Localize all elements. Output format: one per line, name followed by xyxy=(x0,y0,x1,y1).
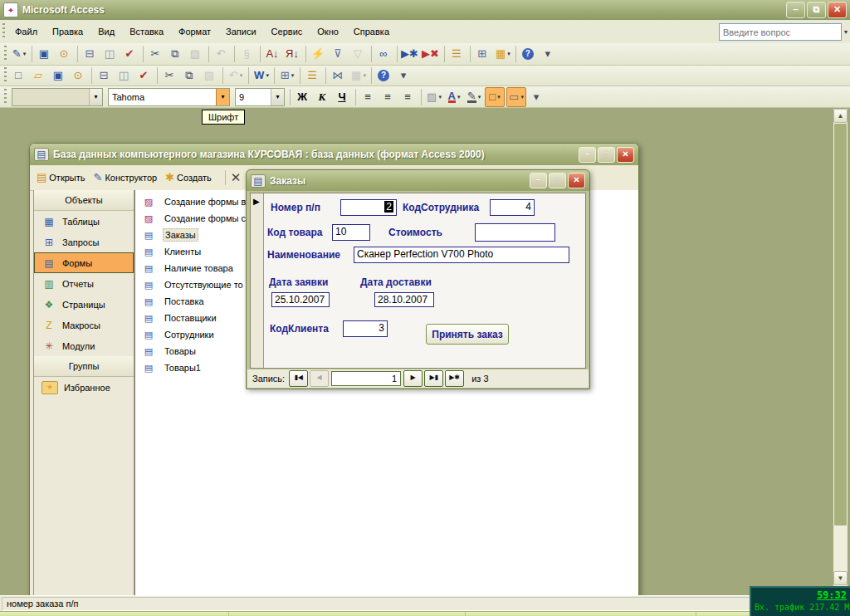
underline-icon[interactable]: Ч xyxy=(334,88,352,106)
analyze-icon[interactable]: ⊞ ▾ xyxy=(278,66,296,85)
question-dropdown-icon[interactable]: ▾ xyxy=(844,28,848,36)
product-field[interactable]: 10 xyxy=(332,224,370,241)
align-center-icon[interactable]: ≡ xyxy=(379,88,398,106)
filter-by-selection-icon[interactable]: ⚡ xyxy=(310,45,328,63)
help-icon[interactable]: ? xyxy=(520,45,538,63)
next-record-button[interactable]: ▶ xyxy=(403,370,423,387)
delete-record-icon[interactable]: ▶✖ xyxy=(422,45,441,63)
sidebar-item[interactable]: ▥ Отчеты xyxy=(34,273,134,294)
scrollbar-thumb[interactable] xyxy=(833,123,848,526)
save-icon[interactable]: ▣ xyxy=(50,66,68,85)
copy-icon[interactable]: ⧉ xyxy=(181,66,199,85)
properties-icon[interactable]: ☰ xyxy=(304,66,322,85)
menu-item[interactable]: Окно xyxy=(310,23,346,40)
hyperlink-icon[interactable]: § xyxy=(238,45,256,63)
question-input[interactable] xyxy=(720,27,844,37)
menu-item[interactable]: Файл xyxy=(7,23,45,40)
cut-icon[interactable]: ✂ xyxy=(161,66,179,85)
menu-item[interactable]: Записи xyxy=(218,23,264,40)
line-color-icon[interactable]: ✎ ▾ xyxy=(465,88,483,106)
find-icon[interactable]: ∞ xyxy=(375,45,393,63)
employee-field[interactable]: 4 xyxy=(490,199,535,216)
menu-item[interactable]: Сервис xyxy=(264,23,310,40)
previous-record-button[interactable]: ◀ xyxy=(310,370,329,387)
paste-icon[interactable]: ▨ xyxy=(201,66,219,85)
relationships-icon[interactable]: ⋈ xyxy=(330,66,348,85)
record-selector-bar[interactable]: ▶ xyxy=(251,193,264,368)
sidebar-item[interactable]: ❖ Страницы xyxy=(34,294,134,315)
sort-descending-icon[interactable]: Я↓ xyxy=(284,45,302,63)
menu-item[interactable]: Формат xyxy=(171,23,218,40)
view-design-icon[interactable]: ✎ ▾ xyxy=(10,45,28,63)
object-combo-dropdown-icon[interactable]: ▾ xyxy=(89,89,102,105)
name-field[interactable]: Сканер Perfection V700 Photo xyxy=(354,247,569,263)
form-maximize-button[interactable]: □ xyxy=(549,173,566,188)
undo-icon[interactable]: ↶ ▾ xyxy=(227,66,245,85)
database-window-icon[interactable]: ⊞ xyxy=(474,45,492,63)
sort-ascending-icon[interactable]: А↓ xyxy=(264,45,282,63)
sidebar-item[interactable]: ▤ Формы xyxy=(34,252,134,273)
sidebar-item[interactable]: Z Макросы xyxy=(34,315,134,335)
open-button[interactable]: ▤ Открыть xyxy=(37,172,85,183)
new-object-icon[interactable]: ▦ ▾ xyxy=(349,66,368,85)
toolbar-options-icon[interactable]: ▾ xyxy=(540,45,558,63)
toolbar-grip[interactable] xyxy=(2,23,5,40)
first-record-button[interactable]: ▮◀ xyxy=(289,370,308,387)
office-links-icon[interactable]: W ▾ xyxy=(252,66,271,85)
filter-by-form-icon[interactable]: ⊽ xyxy=(330,45,348,63)
sidebar-item[interactable]: ✳ Модули xyxy=(34,335,134,356)
design-button[interactable]: ✎ Конструктор xyxy=(94,172,158,183)
cut-icon[interactable]: ✂ xyxy=(147,45,165,63)
help-icon[interactable]: ? xyxy=(375,66,393,85)
question-box[interactable]: ▾ xyxy=(719,23,842,41)
sidebar-item[interactable]: ▦ Таблицы xyxy=(34,211,134,232)
menu-item[interactable]: Вставка xyxy=(122,23,171,40)
delivery-date-field[interactable]: 28.10.2007 xyxy=(374,292,434,307)
italic-icon[interactable]: К xyxy=(314,88,332,106)
save-icon[interactable]: ▣ xyxy=(36,45,54,63)
file-search-icon[interactable]: ⊙ xyxy=(70,66,88,85)
delete-button[interactable]: ✕ xyxy=(231,170,242,185)
paste-icon[interactable]: ▨ xyxy=(187,45,205,63)
scroll-up-icon[interactable]: ▲ xyxy=(833,109,848,123)
new-file-icon[interactable]: □ xyxy=(10,66,28,85)
apply-filter-icon[interactable]: ▽ xyxy=(349,45,368,63)
properties-icon[interactable]: ☰ xyxy=(448,45,467,63)
fill-color-icon[interactable]: ▨ ▾ xyxy=(425,88,443,106)
menu-item[interactable]: Правка xyxy=(45,23,90,40)
print-icon[interactable]: ⊟ xyxy=(81,45,100,63)
font-size-combo[interactable]: 9 ▾ xyxy=(235,88,285,106)
special-effect-icon[interactable]: ▭ ▾ xyxy=(506,87,526,107)
align-left-icon[interactable]: ≡ xyxy=(359,88,378,106)
toolbar-grip[interactable] xyxy=(4,89,7,105)
record-number-input[interactable] xyxy=(331,371,401,386)
num-field[interactable]: 2 xyxy=(340,199,397,216)
font-color-icon[interactable]: А ▾ xyxy=(445,88,463,106)
font-combo[interactable]: Tahoma ▾ xyxy=(108,88,230,106)
menu-item[interactable]: Справка xyxy=(346,23,397,40)
undo-icon[interactable]: ↶ xyxy=(212,45,231,63)
new-record-icon[interactable]: ▶✱ xyxy=(401,45,420,63)
toolbar-grip[interactable] xyxy=(4,46,7,62)
client-field[interactable]: 3 xyxy=(343,320,388,337)
cost-field[interactable] xyxy=(475,223,555,242)
spelling-icon[interactable]: ✔ xyxy=(135,66,154,85)
border-icon[interactable]: □ ▾ xyxy=(485,87,505,107)
last-record-button[interactable]: ▶▮ xyxy=(424,370,443,387)
accept-order-button[interactable]: Принять заказ xyxy=(426,324,509,345)
object-combo[interactable]: ▾ xyxy=(12,88,103,106)
font-size-dropdown-icon[interactable]: ▾ xyxy=(271,89,284,105)
menu-item[interactable]: Вид xyxy=(90,23,122,40)
copy-icon[interactable]: ⧉ xyxy=(167,45,185,63)
align-right-icon[interactable]: ≡ xyxy=(399,88,418,106)
db-minimize-button[interactable]: – xyxy=(579,147,596,163)
restore-button[interactable]: ⧉ xyxy=(807,2,826,18)
file-search-icon[interactable]: ⊙ xyxy=(56,45,74,63)
request-date-field[interactable]: 25.10.2007 xyxy=(271,292,330,307)
form-minimize-button[interactable]: – xyxy=(530,173,547,188)
print-icon[interactable]: ⊟ xyxy=(95,66,114,85)
db-maximize-button[interactable]: □ xyxy=(598,147,615,163)
taskbar[interactable] xyxy=(0,611,850,616)
new-button[interactable]: ✱ Создать xyxy=(165,172,212,183)
font-combo-dropdown-icon[interactable]: ▾ xyxy=(216,89,229,105)
